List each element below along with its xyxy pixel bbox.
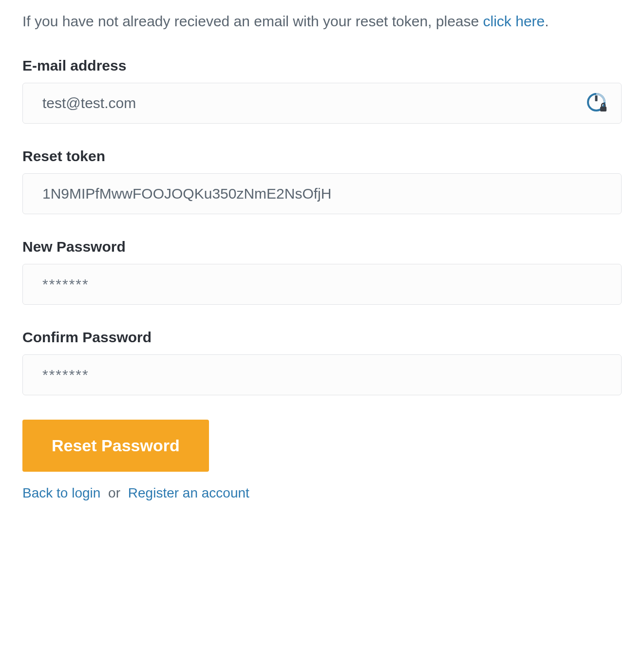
intro-prefix: If you have not already recieved an emai… xyxy=(22,13,483,29)
email-field[interactable] xyxy=(22,83,622,124)
email-group: E-mail address xyxy=(22,57,622,124)
register-account-link[interactable]: Register an account xyxy=(128,485,249,500)
password-manager-icon[interactable] xyxy=(587,92,608,114)
new-password-field[interactable] xyxy=(22,264,622,305)
email-input-wrapper xyxy=(22,83,622,124)
svg-rect-1 xyxy=(595,95,598,101)
intro-text: If you have not already recieved an emai… xyxy=(22,10,622,33)
new-password-group: New Password xyxy=(22,239,622,305)
email-label: E-mail address xyxy=(22,57,622,74)
footer-links: Back to login or Register an account xyxy=(22,485,622,501)
confirm-password-input-wrapper xyxy=(22,354,622,395)
footer-separator: or xyxy=(108,485,120,500)
confirm-password-group: Confirm Password xyxy=(22,329,622,395)
new-password-input-wrapper xyxy=(22,264,622,305)
new-password-label: New Password xyxy=(22,239,622,255)
confirm-password-field[interactable] xyxy=(22,354,622,395)
token-input-wrapper xyxy=(22,173,622,214)
token-label: Reset token xyxy=(22,148,622,165)
token-group: Reset token xyxy=(22,148,622,214)
click-here-link[interactable]: click here xyxy=(483,13,545,29)
svg-rect-2 xyxy=(600,107,606,111)
back-to-login-link[interactable]: Back to login xyxy=(22,485,100,500)
reset-password-button[interactable]: Reset Password xyxy=(22,420,209,472)
token-field[interactable] xyxy=(22,173,622,214)
intro-suffix: . xyxy=(545,13,549,29)
confirm-password-label: Confirm Password xyxy=(22,329,622,346)
